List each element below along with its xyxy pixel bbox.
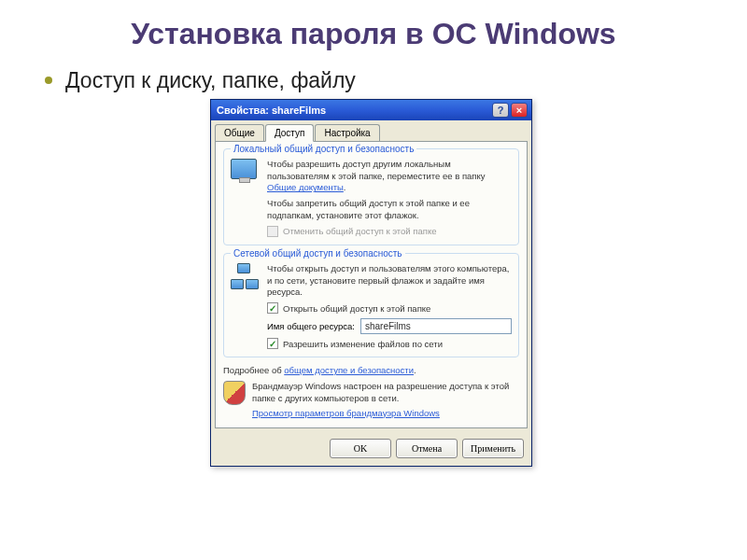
bullet-icon <box>45 77 52 84</box>
bullet-text: Доступ к диску, папке, файлу <box>65 68 356 93</box>
group-local-title: Локальный общий доступ и безопасность <box>231 144 416 154</box>
firewall-text: Брандмауэр Windows настроен на разрешени… <box>252 381 519 405</box>
network-icon <box>231 263 261 293</box>
titlebar-text: Свойства: shareFilms <box>217 105 326 116</box>
apply-button[interactable]: Применить <box>462 439 524 458</box>
network-text-1: Чтобы открыть доступ и пользователям это… <box>267 263 512 299</box>
ok-button[interactable]: OK <box>330 439 391 458</box>
local-text-2: Чтобы запретить общий доступ к этой папк… <box>267 198 512 222</box>
local-text-1a: Чтобы разрешить доступ другим локальным … <box>267 159 486 181</box>
properties-dialog: Свойства: shareFilms ? × Общие Доступ На… <box>210 99 532 467</box>
checkbox-share-label: Открыть общий доступ к этой папке <box>283 303 430 314</box>
local-text-1: Чтобы разрешить доступ другим локальным … <box>267 159 512 194</box>
more-info-b: . <box>414 365 416 375</box>
monitor-icon <box>231 159 261 189</box>
tabs: Общие Доступ Настройка <box>211 120 531 141</box>
close-button[interactable]: × <box>511 103 528 118</box>
titlebar[interactable]: Свойства: shareFilms ? × <box>211 100 531 120</box>
bullet-item: Доступ к диску, папке, файлу <box>45 68 747 93</box>
checkbox-allow-modify[interactable]: ✓ <box>267 338 278 349</box>
checkbox-allow-modify-label: Разрешить изменение файлов по сети <box>283 339 443 349</box>
checkbox-make-private-label: Отменить общий доступ к этой папке <box>283 226 436 236</box>
slide-title: Установка пароля в ОС Windows <box>0 17 747 51</box>
share-name-label: Имя общего ресурса: <box>267 321 355 331</box>
checkbox-share-row[interactable]: ✓ Открыть общий доступ к этой папке <box>267 302 512 314</box>
tab-settings[interactable]: Настройка <box>315 124 379 141</box>
link-sharing-security[interactable]: общем доступе и безопасности <box>284 365 414 375</box>
cancel-button[interactable]: Отмена <box>396 439 458 458</box>
tab-access[interactable]: Доступ <box>265 124 315 142</box>
checkbox-make-private <box>267 226 278 237</box>
link-shared-documents[interactable]: Общие документы <box>267 182 344 192</box>
group-network-sharing: Сетевой общий доступ и безопасность Чтоб… <box>223 253 519 357</box>
firewall-info: Брандмауэр Windows настроен на разрешени… <box>223 381 519 419</box>
tab-general[interactable]: Общие <box>215 124 264 141</box>
dialog-buttons: OK Отмена Применить <box>211 434 531 466</box>
link-firewall-settings[interactable]: Просмотр параметров брандмауэра Windows <box>252 408 519 420</box>
more-info: Подробнее об общем доступе и безопасност… <box>223 365 519 377</box>
shield-icon <box>223 381 246 405</box>
group-network-title: Сетевой общий доступ и безопасность <box>231 248 405 259</box>
checkbox-make-private-row: Отменить общий доступ к этой папке <box>267 226 512 237</box>
tab-panel-access: Локальный общий доступ и безопасность Чт… <box>215 141 528 428</box>
local-text-1b: . <box>344 182 346 192</box>
share-name-input[interactable] <box>360 318 512 334</box>
help-button[interactable]: ? <box>492 103 509 118</box>
checkbox-allow-modify-row[interactable]: ✓ Разрешить изменение файлов по сети <box>267 338 512 349</box>
checkbox-share[interactable]: ✓ <box>267 302 278 314</box>
group-local-sharing: Локальный общий доступ и безопасность Чт… <box>223 148 519 245</box>
more-info-a: Подробнее об <box>223 365 284 375</box>
